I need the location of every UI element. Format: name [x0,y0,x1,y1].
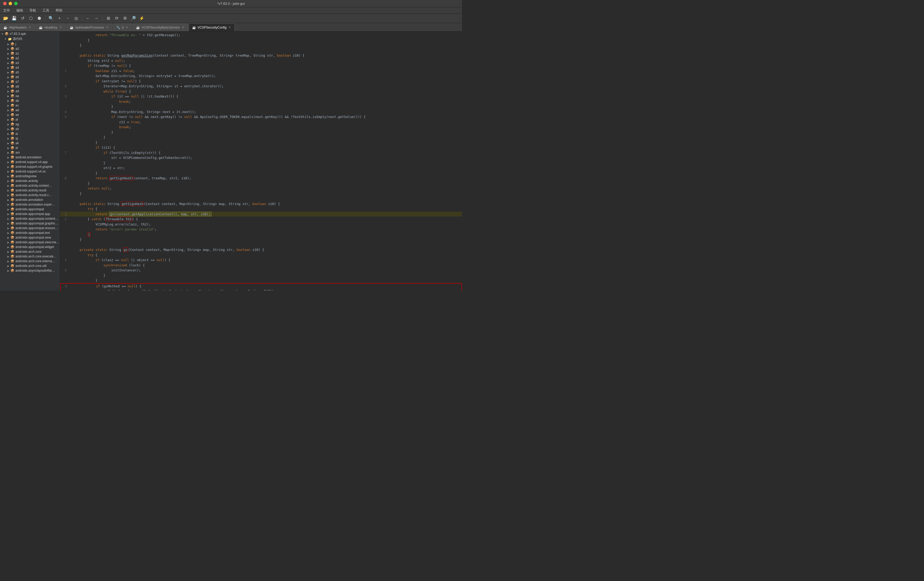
save-button[interactable]: 💾 [10,15,18,22]
sidebar-item-a1[interactable]: ▶ 📦 a1 [0,51,60,56]
line-content: VCSPMyLog.error(clazz, th2); [70,222,462,227]
tab-close-vcsp-config[interactable]: ✕ [228,25,231,29]
zoom-in-button[interactable]: ＋ [56,15,63,22]
sidebar-item-androidx-arch-core-execute[interactable]: ▶ 📦 androidx.arch.core.execute… [0,254,60,259]
sidebar-item-androidx-appcompat-content[interactable]: ▶ 📦 androidx.appcompat.content… [0,216,60,221]
a1-label: a1 [15,52,19,55]
tab-close-http[interactable]: ✕ [28,25,31,29]
sidebar-item-androidx-annotation-exper[interactable]: ▶ 📦 androidx.annotation.exper… [0,202,60,207]
sidebar-item-android-support-app[interactable]: ▶ 📦 android.support.v4.app [0,160,60,164]
search-button[interactable]: 🔍 [48,15,55,22]
open-button[interactable]: 📂 [2,15,10,22]
sidebar-item-androidx-appcompat-resource[interactable]: ▶ 📦 androidx.appcompat.resourc… [0,226,60,230]
find-button[interactable]: 🔎 [130,15,137,22]
sidebar-item-ah[interactable]: ▶ 📦 ah [0,127,60,131]
line-number [60,206,70,212]
sidebar-item-android-support-os[interactable]: ▶ 📦 android.support.v4.os [0,169,60,174]
line-content: } [70,278,462,283]
sidebar-item-androidtagview[interactable]: ▶ 📦 androidtagview [0,174,60,179]
tab-http-headers[interactable]: ☕ HttpHeaders ✕ [0,23,35,31]
sidebar-item-a8[interactable]: ▶ 📦 a8 [0,84,60,89]
maximize-button[interactable] [14,2,18,5]
j-arrow: ▶ [7,43,10,46]
sidebar-item-al[interactable]: ▶ 📦 al [0,146,60,150]
sidebar-item-a4[interactable]: ▶ 📦 a4 [0,65,60,70]
menu-navigate[interactable]: 导航 [28,8,37,13]
sidebar-item-am[interactable]: ▶ 📦 am [0,150,60,155]
sidebar-item-androidx-activity-result-c[interactable]: ▶ 📦 androidx.activity.result.c… [0,193,60,197]
forward-button[interactable]: → [93,15,100,22]
sidebar-item-androidx-appcompat[interactable]: ▶ 📦 androidx.appcompat [0,207,60,212]
sidebar-item-androidx-appcompat-app[interactable]: ▶ 📦 androidx.appcompat.app [0,212,60,216]
menu-file[interactable]: 文件 [2,8,11,13]
sidebar-item-ak[interactable]: ▶ 📦 ak [0,141,60,146]
sidebar-item-a6[interactable]: ▶ 📦 a6 [0,75,60,79]
code-line-highlighted: 1 return gs(context.getApplicationContex… [60,212,462,217]
zoom-out-button[interactable]: － [64,15,71,22]
tab-close-headkey[interactable]: ✕ [59,25,63,29]
decompile-button[interactable]: ⬡ [27,15,35,22]
sidebar-item-aj[interactable]: ▶ 📦 aj [0,136,60,141]
sidebar-item-a5[interactable]: ▶ 📦 a5 [0,70,60,75]
sidebar-item-j[interactable]: ▶ 📦 j [0,42,60,46]
sync-button[interactable]: ⟳ [113,15,120,22]
tab-vcsp-config[interactable]: ☕ VCSPSecurityConfig ✕ [189,23,235,31]
sidebar-item-androidx-activity-context[interactable]: ▶ 📦 androidx.activity.context… [0,183,60,188]
tab-head-key[interactable]: ☕ HeadKey ✕ [35,23,66,31]
close-button[interactable] [3,2,7,5]
sidebar-item-ac[interactable]: ▶ 📦 ac [0,103,60,108]
sidebar-item-af[interactable]: ▶ 📦 af [0,117,60,122]
code-line: str2 = str; [60,166,462,170]
tabbar: ☕ HttpHeaders ✕ ☕ HeadKey ✕ ☕ ApiHeaderP… [0,23,462,31]
goto-button[interactable]: ⚡ [138,15,145,22]
sidebar-item-a0[interactable]: ▶ 📦 a0 [0,46,60,51]
tab-icon-http: ☕ [3,26,7,29]
menu-edit[interactable]: 编辑 [15,8,24,13]
code-line: if (treeMap != null) { [60,63,462,68]
sidebar-item-a2[interactable]: ▶ 📦 a2 [0,56,60,61]
menu-help[interactable]: 帮助 [54,8,63,13]
bookmarks-button[interactable]: ⊞ [104,15,112,22]
sidebar-item-androidx-arch-core[interactable]: ▶ 📦 androidx.arch.core [0,249,60,254]
sidebar-item-a7[interactable]: ▶ 📦 a7 [0,79,60,84]
tab-close-vcsp-basic[interactable]: ✕ [182,25,185,29]
tab-vcsp-basic[interactable]: ☕ VCSPSecurityBasicService ✕ [133,23,188,31]
menu-tools[interactable]: 工具 [41,8,50,13]
tab-api-header[interactable]: ☕ ApiHeaderProcessor ✕ [66,23,113,31]
sidebar-item-androidx-activity[interactable]: ▶ 📦 androidx.activity [0,179,60,183]
sidebar-item-androidx-appcompat-text[interactable]: ▶ 📦 androidx.appcompat.text [0,230,60,235]
sidebar-item-ab[interactable]: ▶ 📦 ab [0,98,60,103]
tree-root[interactable]: ▼ 📦 v7.83.3.apk [0,31,60,36]
refresh-button[interactable]: ↺ [19,15,26,22]
sidebar-item-androidx-appcompat-graphics[interactable]: ▶ 📦 androidx.appcompat.graphic… [0,221,60,226]
zoom-reset-button[interactable]: ◎ [73,15,80,22]
line-number [60,119,70,125]
sidebar-item-ag[interactable]: ▶ 📦 ag [0,122,60,127]
back-button[interactable]: ← [84,15,92,22]
sidebar-item-androidx-appcompat-view-me[interactable]: ▶ 📦 androidx.appcompat.view.me… [0,240,60,245]
tab-b[interactable]: 🔧 b ✕ [113,23,132,31]
sidebar-item-androidx-annotation[interactable]: ▶ 📦 androidx.annotation [0,197,60,202]
sidebar-item-androidx-appcompat-view[interactable]: ▶ 📦 androidx.appcompat.view [0,235,60,240]
sidebar-item-androidx-appcompat-widget[interactable]: ▶ 📦 androidx.appcompat.widget [0,245,60,249]
tab-close-api[interactable]: ✕ [106,25,109,29]
tree-source[interactable]: ▼ 📁 源代码 [0,36,60,42]
sidebar-item-androidx-arch-core-util[interactable]: ▶ 📦 androidx.arch.core.util [0,263,60,268]
sidebar-item-ad[interactable]: ▶ 📦 ad [0,108,60,113]
code-editor[interactable]: return "Throwable es: " + th2.getMessage… [60,31,462,290]
sidebar-item-android-annotation[interactable]: ▶ 📦 android.annotation [0,155,60,160]
sidebar-item-a3[interactable]: ▶ 📦 a3 [0,61,60,65]
sidebar-item-androidx-arch-core-interna[interactable]: ▶ 📦 androidx.arch.core.interna… [0,259,60,263]
sidebar-item-androidx-asynclayout[interactable]: ▶ 📦 androidx.asynclayoutinflat… [0,268,60,273]
sidebar-item-a9[interactable]: ▶ 📦 a9 [0,89,60,94]
settings-button[interactable]: ⚙ [121,15,129,22]
decompile2-button[interactable]: ⬢ [36,15,43,22]
line-number [60,58,70,63]
sidebar-item-android-support-graphics[interactable]: ▶ 📦 android.support.v4.graphic [0,164,60,169]
minimize-button[interactable] [9,2,12,5]
tab-close-b[interactable]: ✕ [125,25,129,29]
sidebar-item-ae[interactable]: ▶ 📦 ae [0,113,60,117]
sidebar-item-aa[interactable]: ▶ 📦 aa [0,94,60,98]
sidebar-item-ai[interactable]: ▶ 📦 ai [0,131,60,136]
sidebar-item-androidx-activity-result[interactable]: ▶ 📦 androidx.activity.result [0,188,60,193]
